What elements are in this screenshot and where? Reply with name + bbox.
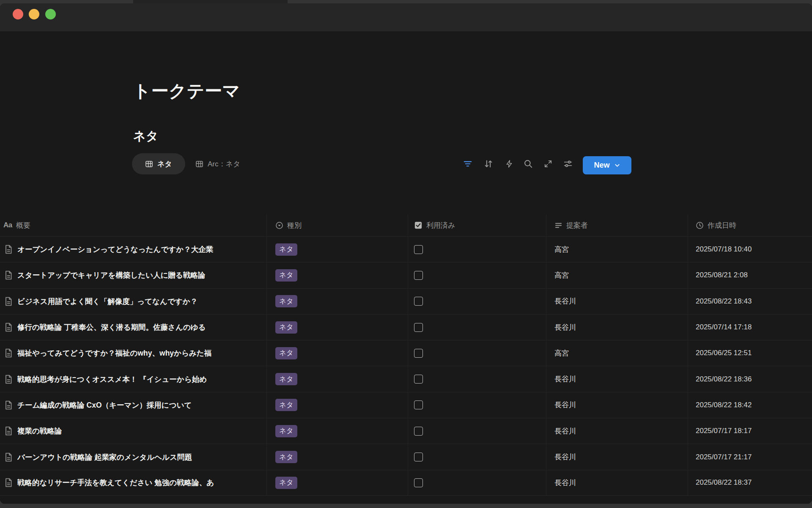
column-label: 利用済み [426, 221, 455, 230]
used-checkbox[interactable] [414, 297, 423, 306]
created-cell[interactable]: 2025/08/21 2:08 [688, 262, 812, 288]
used-checkbox[interactable] [414, 349, 423, 358]
proposer-cell[interactable]: 高宮 [546, 262, 688, 288]
sort-icon[interactable] [483, 159, 494, 169]
type-cell[interactable]: ネタ [267, 470, 408, 495]
used-checkbox[interactable] [414, 478, 423, 487]
summary-cell[interactable]: ビジネス用語でよく聞く「解像度」ってなんですか？ [0, 289, 267, 314]
new-button[interactable]: New [583, 156, 631, 174]
used-cell[interactable] [408, 340, 546, 366]
summary-cell[interactable]: チーム編成の戦略論 CxO（キーマン）採用について [0, 392, 267, 418]
used-cell[interactable] [408, 289, 546, 314]
type-cell[interactable]: ネタ [267, 262, 408, 288]
view-toolbar-row: ネタ Arc：ネタ [0, 153, 812, 174]
row-title: バーンアウトの戦略論 起業家のメンタルヘルス問題 [17, 452, 192, 462]
summary-cell[interactable]: 福祉やってみてどうですか？福祉のwhy、whyからみた福 [0, 340, 267, 366]
created-cell[interactable]: 2025/08/22 18:36 [688, 366, 812, 392]
proposer-cell[interactable]: 高宮 [546, 237, 688, 262]
table-row[interactable]: 福祉やってみてどうですか？福祉のwhy、whyからみた福 ネタ 高宮 2025/… [0, 340, 812, 366]
table-row[interactable]: 修行の戦略論 丁稚奉公、深く潜る期間。佐藤さんのゆる ネタ 長谷川 2025/0… [0, 314, 812, 340]
used-cell[interactable] [408, 262, 546, 288]
created-cell[interactable]: 2025/08/22 18:43 [688, 289, 812, 314]
expand-icon[interactable] [543, 159, 553, 169]
column-header-used[interactable]: 利用済み [408, 214, 546, 236]
table-row[interactable]: バーンアウトの戦略論 起業家のメンタルヘルス問題 ネタ 長谷川 2025/07/… [0, 444, 812, 469]
used-checkbox[interactable] [414, 323, 423, 332]
table-row[interactable]: スタートアップでキャリアを構築したい人に贈る戦略論 ネタ 高宮 2025/08/… [0, 262, 812, 288]
summary-cell[interactable]: 複業の戦略論 [0, 418, 267, 444]
type-cell[interactable]: ネタ [267, 237, 408, 262]
proposer-cell[interactable]: 高宮 [546, 340, 688, 366]
type-cell[interactable]: ネタ [267, 392, 408, 418]
table-view-icon [195, 160, 203, 168]
search-icon[interactable] [523, 159, 533, 169]
proposer-name: 高宮 [554, 348, 569, 358]
summary-cell[interactable]: バーンアウトの戦略論 起業家のメンタルヘルス問題 [0, 444, 267, 469]
proposer-cell[interactable]: 長谷川 [546, 366, 688, 392]
page-title[interactable]: トークテーマ [133, 80, 240, 103]
used-cell[interactable] [408, 470, 546, 495]
created-cell[interactable]: 2025/07/14 17:18 [688, 315, 812, 340]
table-row[interactable]: オープンイノベーションってどうなったんですか？大企業 ネタ 高宮 2025/07… [0, 236, 812, 262]
row-title: 複業の戦略論 [17, 426, 62, 436]
minimize-window-button[interactable] [29, 9, 39, 19]
table-row[interactable]: ビジネス用語でよく聞く「解像度」ってなんですか？ ネタ 長谷川 2025/08/… [0, 288, 812, 314]
type-tag: ネタ [275, 347, 297, 359]
database-title[interactable]: ネタ [133, 128, 158, 145]
column-header-proposer[interactable]: 提案者 [546, 214, 688, 236]
summary-cell[interactable]: オープンイノベーションってどうなったんですか？大企業 [0, 237, 267, 262]
used-checkbox[interactable] [414, 245, 423, 254]
used-cell[interactable] [408, 418, 546, 444]
summary-cell[interactable]: 戦略的思考が身につくオススメ本！ 『イシューから始め [0, 366, 267, 392]
zoom-window-button[interactable] [45, 9, 56, 19]
column-header-created[interactable]: 作成日時 [688, 214, 812, 236]
app-window: トークテーマ ネタ ネタ [0, 3, 812, 504]
proposer-cell[interactable]: 長谷川 [546, 315, 688, 340]
column-header-summary[interactable]: Aa 概要 [0, 214, 267, 236]
used-checkbox[interactable] [414, 427, 423, 436]
type-cell[interactable]: ネタ [267, 289, 408, 314]
summary-cell[interactable]: 修行の戦略論 丁稚奉公、深く潜る期間。佐藤さんのゆる [0, 315, 267, 340]
used-checkbox[interactable] [414, 375, 423, 384]
created-cell[interactable]: 2025/06/25 12:51 [688, 340, 812, 366]
used-checkbox[interactable] [414, 453, 423, 461]
type-cell[interactable]: ネタ [267, 418, 408, 444]
type-tag: ネタ [275, 451, 297, 463]
page-icon [3, 426, 14, 436]
used-cell[interactable] [408, 237, 546, 262]
automation-icon[interactable] [504, 159, 514, 169]
type-cell[interactable]: ネタ [267, 315, 408, 340]
created-cell[interactable]: 2025/08/22 18:37 [688, 470, 812, 495]
summary-cell[interactable]: 戦略的なリサーチ手法を教えてください 勉強の戦略論、あ [0, 470, 267, 495]
proposer-cell[interactable]: 長谷川 [546, 289, 688, 314]
table-row[interactable]: 戦略的なリサーチ手法を教えてください 勉強の戦略論、あ ネタ 長谷川 2025/… [0, 470, 812, 496]
view-tab-arc-neta[interactable]: Arc：ネタ [195, 153, 240, 174]
column-header-type[interactable]: 種別 [267, 214, 408, 236]
type-cell[interactable]: ネタ [267, 366, 408, 392]
created-cell[interactable]: 2025/07/17 21:17 [688, 444, 812, 469]
table-row[interactable]: チーム編成の戦略論 CxO（キーマン）採用について ネタ 長谷川 2025/08… [0, 392, 812, 418]
used-cell[interactable] [408, 392, 546, 418]
type-cell[interactable]: ネタ [267, 444, 408, 469]
filter-icon[interactable] [463, 159, 473, 169]
proposer-cell[interactable]: 長谷川 [546, 392, 688, 418]
created-cell[interactable]: 2025/07/18 10:40 [688, 237, 812, 262]
table-row[interactable]: 複業の戦略論 ネタ 長谷川 2025/07/17 18:17 [0, 418, 812, 444]
view-tab-label: Arc：ネタ [208, 159, 240, 169]
summary-cell[interactable]: スタートアップでキャリアを構築したい人に贈る戦略論 [0, 262, 267, 288]
used-cell[interactable] [408, 444, 546, 469]
view-tab-neta[interactable]: ネタ [132, 153, 185, 174]
created-cell[interactable]: 2025/08/22 18:42 [688, 392, 812, 418]
proposer-cell[interactable]: 長谷川 [546, 444, 688, 469]
used-checkbox[interactable] [414, 271, 423, 280]
proposer-cell[interactable]: 長谷川 [546, 470, 688, 495]
used-cell[interactable] [408, 366, 546, 392]
table-row[interactable]: 戦略的思考が身につくオススメ本！ 『イシューから始め ネタ 長谷川 2025/0… [0, 366, 812, 392]
created-cell[interactable]: 2025/07/17 18:17 [688, 418, 812, 444]
proposer-cell[interactable]: 長谷川 [546, 418, 688, 444]
used-cell[interactable] [408, 315, 546, 340]
view-settings-icon[interactable] [563, 159, 573, 169]
type-cell[interactable]: ネタ [267, 340, 408, 366]
close-window-button[interactable] [13, 9, 23, 19]
used-checkbox[interactable] [414, 400, 423, 409]
